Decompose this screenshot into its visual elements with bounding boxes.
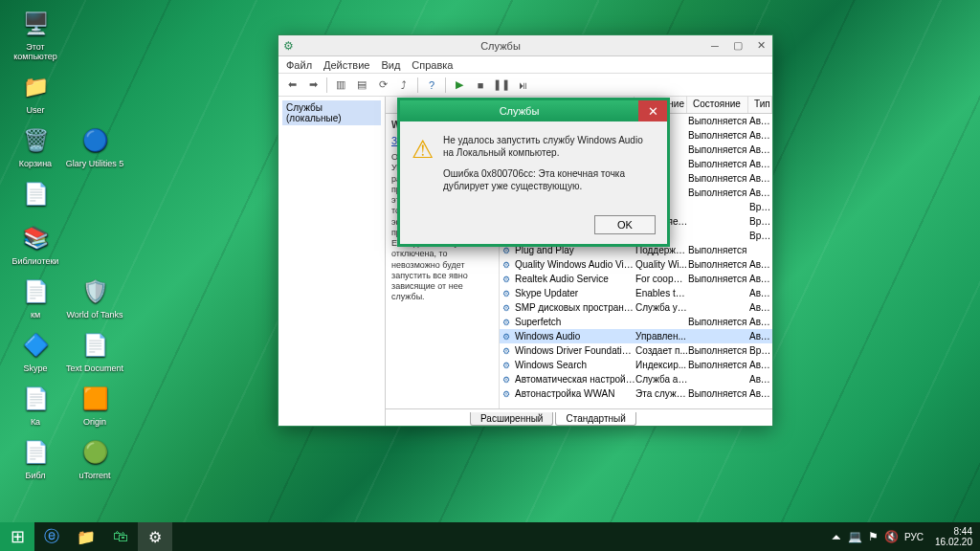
desktop-icon[interactable] — [65, 71, 124, 105]
service-startup: Вручную (ак... — [749, 345, 772, 356]
tray-action-center-icon[interactable]: ⚑ — [868, 530, 879, 543]
tray-network-icon[interactable]: 💻 — [848, 530, 862, 543]
service-status: Выполняется — [688, 317, 749, 327]
col-startup[interactable]: Тип запуска — [748, 97, 772, 113]
desktop-icon-label: uTorrent — [65, 471, 124, 480]
service-name: Skype Updater — [513, 288, 635, 298]
desktop-icon[interactable]: 🗑️Корзина — [6, 124, 65, 168]
service-startup: Автоматиче... — [749, 317, 772, 327]
refresh-icon[interactable]: ⟳ — [373, 76, 392, 95]
service-startup: Автоматиче... — [749, 360, 772, 370]
col-status[interactable]: Состояние — [687, 97, 748, 113]
ok-button[interactable]: OK — [594, 215, 656, 234]
export-icon[interactable]: ⤴ — [394, 76, 413, 95]
desktop-icon-glyph: 📚 — [19, 222, 52, 254]
show-hide-tree-icon[interactable]: ▥ — [331, 76, 350, 95]
service-status: Выполняется — [688, 274, 749, 284]
restart-service-icon[interactable]: ⏯ — [513, 76, 532, 95]
dialog-titlebar[interactable]: Службы ✕ — [400, 100, 667, 121]
service-name: Windows Audio — [513, 331, 635, 342]
tree-services-local[interactable]: Службы (локальные) — [282, 100, 381, 125]
service-startup: Автоматиче... — [749, 130, 772, 141]
service-row[interactable]: ⚙ Superfetch Выполняется Автоматиче... — [500, 315, 772, 329]
service-status: Выполняется — [688, 144, 749, 155]
menu-file[interactable]: Файл — [286, 59, 312, 71]
service-desc: Служба ав... — [635, 374, 688, 385]
service-row[interactable]: ⚙ Автоматическая настройк... Служба ав..… — [500, 372, 772, 386]
service-row[interactable]: ⚙ Realtek Audio Service For cooper... Вы… — [500, 272, 772, 286]
tab-extended[interactable]: Расширенный — [470, 412, 553, 426]
desktop-icon[interactable] — [65, 8, 124, 42]
service-name: Quality Windows Audio Vid... — [513, 259, 635, 270]
desktop-icon-glyph: 📁 — [19, 71, 52, 103]
desktop-icon-glyph: 🟢 — [78, 436, 111, 469]
desktop-icon-label: км — [6, 310, 65, 320]
pause-service-icon[interactable]: ❚❚ — [492, 76, 511, 95]
service-status: Выполняется — [688, 245, 749, 255]
stop-service-icon[interactable]: ■ — [471, 76, 490, 95]
service-row[interactable]: ⚙ Skype Updater Enables th... Автоматиче… — [500, 286, 772, 300]
close-button[interactable]: ✕ — [749, 36, 772, 55]
service-name: Windows Search — [513, 360, 635, 370]
service-row[interactable]: ⚙ Windows Audio Управлен... Автоматиче..… — [500, 329, 772, 343]
desktop-icon-label: Origin — [65, 417, 124, 427]
menu-action[interactable]: Действие — [323, 59, 369, 71]
desktop-icon[interactable]: 📁User — [6, 71, 65, 115]
gear-icon: ⚙ — [500, 260, 513, 270]
maximize-button[interactable]: ▢ — [726, 36, 749, 55]
desktop-icon[interactable]: 📄Библ — [6, 436, 65, 480]
help-icon[interactable]: ? — [422, 76, 441, 95]
desktop-icon[interactable]: 🔷Skype — [6, 329, 65, 373]
desktop-icon[interactable] — [65, 178, 124, 212]
console-tree[interactable]: Службы (локальные) — [278, 97, 386, 426]
service-row[interactable]: ⚙ SMP дисковых пространств... Служба уз.… — [500, 300, 772, 315]
desktop-icon[interactable]: 🖥️Этот компьютер — [6, 8, 65, 61]
start-button[interactable]: ⊞ — [0, 522, 34, 551]
desktop-icon[interactable]: 🔵Glary Utilities 5 — [65, 124, 124, 168]
forward-icon[interactable]: ➡ — [303, 76, 323, 95]
titlebar[interactable]: ⚙ Службы ─ ▢ ✕ — [278, 35, 772, 56]
menu-view[interactable]: Вид — [381, 59, 400, 71]
gear-icon: ⚙ — [500, 346, 513, 356]
desktop-icon[interactable] — [65, 222, 124, 256]
service-row[interactable]: ⚙ Автонастройка WWAN Эта служб... Выполн… — [500, 386, 772, 401]
desktop-icon[interactable]: 📄км — [6, 276, 65, 320]
desktop-icon-label: Ка — [6, 417, 65, 427]
taskbar-store-icon[interactable]: 🛍 — [103, 522, 138, 551]
menu-help[interactable]: Справка — [412, 59, 453, 71]
tab-standard[interactable]: Стандартный — [555, 412, 635, 426]
desktop-icon[interactable]: 📄Text Document — [65, 329, 124, 373]
desktop-icon[interactable]: 🟧Origin — [65, 383, 124, 427]
dialog-close-button[interactable]: ✕ — [638, 100, 667, 121]
service-startup: Автоматиче... — [749, 187, 772, 198]
tray-language[interactable]: РУС — [904, 532, 924, 542]
service-startup: Автоматиче... — [749, 173, 772, 184]
desktop-icon[interactable]: 📄Ка — [6, 383, 65, 427]
tray-chevron-icon[interactable]: ⏶ — [831, 530, 842, 543]
taskbar-ie-icon[interactable]: ⓔ — [34, 522, 69, 551]
service-name: Автонастройка WWAN — [513, 388, 635, 399]
desktop-icon[interactable]: 🛡️World of Tanks — [65, 276, 124, 320]
back-icon[interactable]: ⬅ — [282, 76, 301, 95]
desktop-icon-glyph: 🗑️ — [19, 124, 52, 157]
desktop-icon[interactable]: 📄 — [6, 178, 65, 212]
taskbar-clock[interactable]: 8:44 16.02.20 — [929, 526, 972, 547]
desktop-icon[interactable]: 🟢uTorrent — [65, 436, 124, 480]
properties-icon[interactable]: ▤ — [352, 76, 371, 95]
taskbar-explorer-icon[interactable]: 📁 — [69, 522, 103, 551]
desktop-icons-area: 🖥️Этот компьютер📁User🗑️Корзина🔵Glary Uti… — [6, 6, 130, 488]
service-row[interactable]: ⚙ Quality Windows Audio Vid... Quality W… — [500, 257, 772, 272]
service-status: Выполняется — [688, 159, 749, 169]
service-row[interactable]: ⚙ Windows Search Индексир... Выполняется… — [500, 358, 772, 372]
service-startup: Автоматиче... — [749, 274, 772, 284]
desktop-icon[interactable]: 📚Библиотеки — [6, 222, 65, 266]
desktop-icon-glyph — [78, 8, 111, 40]
desktop-icon-label: Skype — [6, 364, 65, 373]
desktop-icon-glyph — [78, 71, 111, 103]
minimize-button[interactable]: ─ — [703, 36, 726, 55]
gear-icon: ⚙ — [500, 303, 513, 313]
start-service-icon[interactable]: ▶ — [450, 76, 469, 95]
tray-volume-icon[interactable]: 🔇 — [884, 530, 899, 543]
taskbar-services-icon[interactable]: ⚙ — [138, 522, 172, 551]
service-row[interactable]: ⚙ Windows Driver Foundation... Создает п… — [500, 343, 772, 358]
